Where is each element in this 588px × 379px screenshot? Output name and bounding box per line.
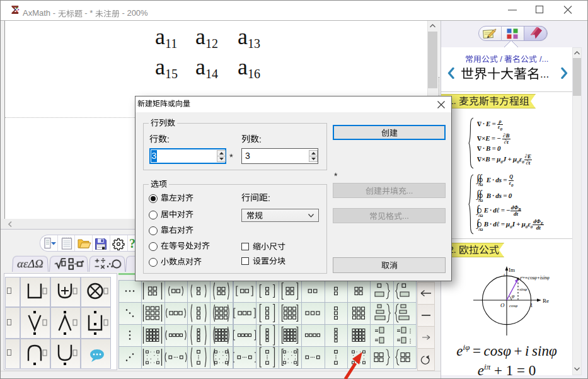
svg-text:Im: Im bbox=[509, 267, 515, 273]
svg-text:cosφ: cosφ bbox=[509, 303, 517, 308]
svg-text:O: O bbox=[500, 302, 505, 308]
svg-text:Re: Re bbox=[543, 298, 549, 304]
svg-text:i: i bbox=[504, 272, 505, 277]
svg-text:eiφ≡cosφ+isinφ: eiφ≡cosφ+isinφ bbox=[520, 275, 550, 281]
svg-text:φ: φ bbox=[512, 293, 515, 299]
svg-text:1: 1 bbox=[530, 302, 533, 308]
svg-text:sinφ: sinφ bbox=[519, 287, 527, 292]
